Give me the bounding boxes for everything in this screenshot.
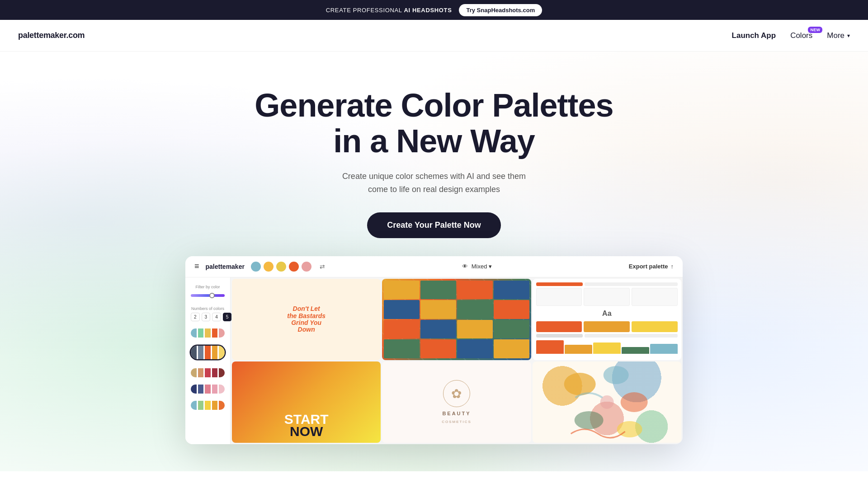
menu-icon[interactable]: ≡ [194,262,199,271]
nav-launch-app[interactable]: Launch App [732,31,776,40]
dash-block [536,282,583,286]
pattern-svg [533,361,681,443]
beauty-sub-text: COSMETICS [442,420,472,424]
hero-subtext: Create unique color schemes with AI and … [9,170,859,196]
color-filter-bar[interactable] [191,294,225,297]
app-preview: ≡ palettemaker ⇄ 👁 Mixed ▾ Export palett… [185,256,683,444]
num-3-button[interactable]: 3 [202,313,211,321]
bar [622,347,649,354]
dash-block [536,288,582,306]
swatch [219,385,225,394]
banner-text: CREATE PROFESSIONAL AI HEADSHOTS [326,7,452,14]
dash-block [585,282,678,286]
swatch [219,328,225,338]
swatch [191,328,197,338]
top-banner: CREATE PROFESSIONAL AI HEADSHOTS Try Sna… [0,0,868,20]
swatch [212,346,218,359]
swatch [219,368,225,377]
cta-button[interactable]: Create Your Palette Now [367,212,500,238]
dash-block [584,288,630,306]
nav-logo[interactable]: palettemaker.com [18,31,85,40]
palette-dot-5 [302,262,311,272]
filter-label: Filter by color [191,285,225,289]
dash-aa-text: Aa [536,308,678,319]
iso-block [420,300,456,319]
swatch [205,368,211,377]
nav-more-menu[interactable]: More ▾ [827,31,850,40]
eye-icon: 👁 [462,263,468,270]
palette-dot-2 [264,262,274,272]
app-bar-right: Export palette ↑ [629,263,674,270]
swatch [205,328,211,338]
bar [593,343,621,354]
nav-colors-wrap: Colors NEW [790,31,812,40]
bar [565,345,592,354]
hero-content: Generate Color Palettes in a New Way Cre… [9,88,859,238]
dash-row [536,321,678,332]
svg-point-1 [603,366,628,384]
grid-card-beauty-logo[interactable]: BEAUTY COSMETICS [382,361,531,443]
palette-row-2-selected[interactable] [191,346,225,359]
beauty-circle [443,380,470,407]
iso-block [494,339,529,358]
color-filter-bar-wrap[interactable] [191,291,225,300]
app-bar-left: ≡ palettemaker ⇄ [194,262,325,272]
beauty-logo-content: BEAUTY COSMETICS [382,361,531,443]
svg-point-2 [620,392,647,412]
palette-row-5[interactable] [191,401,225,410]
iso-block [457,300,493,319]
grid-card-poster[interactable]: START NOW [232,361,381,443]
poster-now-text: NOW [237,425,375,437]
iso-block [420,339,456,358]
iso-block [457,320,493,339]
dash-row [536,334,678,338]
swatch [205,401,211,410]
hero-sub-line1: Create unique color schemes with AI and … [342,172,526,181]
number-section: Numbers of colors 2 3 4 5 [191,306,225,321]
app-bar-center[interactable]: 👁 Mixed ▾ [462,263,492,270]
grid-card-pattern[interactable] [533,361,681,443]
bar [536,340,564,354]
grid-card-typography[interactable]: Don't Letthe BastardsGrind YouDown [232,279,381,360]
swatch [212,401,218,410]
num-4-button[interactable]: 4 [212,313,221,321]
swatch [198,385,204,394]
color-filter-handle[interactable] [209,293,215,298]
swatch [191,401,197,410]
typography-content: Don't Letthe BastardsGrind YouDown [232,279,381,360]
swatch [198,368,204,377]
palette-dots [251,262,311,272]
swatch [191,385,197,394]
shuffle-icon[interactable]: ⇄ [320,263,325,270]
swatch [198,401,204,410]
palette-dot-1 [251,262,261,272]
swatch [198,346,204,359]
number-row: 2 3 4 5 [191,313,225,321]
palette-row-3[interactable] [191,368,225,377]
iso-block [494,320,529,339]
grid-card-dashboard[interactable]: Aa [533,279,681,360]
palette-row-4[interactable] [191,385,225,394]
hero-sub-line2: come to life on real design examples [368,185,500,194]
hero-headline: Generate Color Palettes in a New Way [9,88,859,159]
dashboard-content: Aa [533,279,681,360]
banner-cta-button[interactable]: Try SnapHeadshots.com [459,4,542,16]
swatch [205,385,211,394]
iso-block [494,281,529,300]
view-mode-label: Mixed ▾ [472,263,492,270]
palette-row-1[interactable] [191,328,225,338]
iso-block [420,320,456,339]
hero-section: Generate Color Palettes in a New Way Cre… [0,52,868,471]
iso-block [384,339,420,358]
app-bar: ≡ palettemaker ⇄ 👁 Mixed ▾ Export palett… [185,256,683,277]
filter-section: Filter by color [191,285,225,300]
num-2-button[interactable]: 2 [191,313,200,321]
svg-point-3 [574,411,603,429]
dash-block [584,321,630,332]
export-palette-button[interactable]: Export palette ↑ [629,263,674,270]
bar-chart [536,340,678,354]
grid-card-isometric[interactable] [382,279,531,360]
iso-block [457,339,493,358]
swatch [219,346,225,359]
chevron-down-icon: ▾ [847,33,850,39]
